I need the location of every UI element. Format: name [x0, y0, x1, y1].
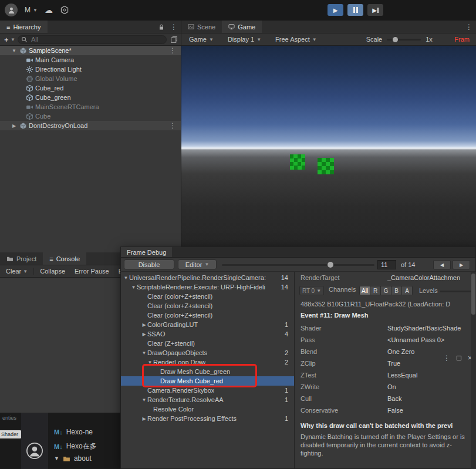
scale-value: 1x — [426, 36, 433, 43]
game-view-panel: Scene Game ⋮ Game▼ Display 1▼ Free Aspec… — [181, 21, 476, 252]
file-item[interactable]: M↓ Hexo-ne — [54, 428, 93, 436]
expander-icon[interactable]: ▼ — [11, 48, 18, 53]
hierarchy-item-cube-green[interactable]: Cube_green — [0, 93, 181, 102]
scrollbar-thumb[interactable] — [471, 274, 475, 315]
file-item[interactable]: M↓ Hexo在多 — [54, 441, 97, 451]
frame-event-row[interactable]: ▶Render PostProcessing Effects1 — [121, 414, 294, 423]
levels-label: Levels — [419, 287, 438, 294]
expander-icon[interactable]: ▶ — [141, 416, 147, 421]
buffer-info: 488x352 B10G11R11_UFloatPack32 (LoadActi… — [301, 301, 450, 308]
target-dropdown[interactable]: Editor▼ — [178, 259, 217, 269]
services-icon[interactable] — [60, 5, 69, 15]
frame-event-row[interactable]: ▶ColorGradingLUT1 — [121, 320, 294, 329]
collapse-button[interactable]: Collapse — [36, 266, 69, 276]
game-menu-icon[interactable]: ⋮ — [465, 23, 472, 31]
rt-select-dropdown[interactable]: RT 0▼ — [299, 286, 324, 295]
channel-g-button[interactable]: G — [381, 286, 391, 295]
expander-icon[interactable]: ▼ — [130, 285, 137, 290]
tab-console[interactable]: ≡ Console — [43, 252, 86, 265]
dont-destroy-label: DontDestroyOnLoad — [29, 122, 87, 129]
expander-icon[interactable]: ▼ — [141, 350, 147, 356]
folder-icon — [6, 255, 13, 262]
play-button[interactable]: ▶ — [328, 4, 343, 16]
background-sidebar — [21, 413, 48, 469]
scene-row[interactable]: ▼ SampleScene* ⋮ — [0, 46, 181, 55]
channel-r-button[interactable]: R — [370, 286, 381, 295]
previous-event-button[interactable]: ◀ — [433, 260, 451, 269]
scale-control: Scale 1x — [364, 35, 435, 44]
clear-button[interactable]: Clear▼ — [2, 266, 31, 276]
frame-event-row[interactable]: Clear (color+Z+stencil) — [121, 311, 294, 320]
scale-label: Scale — [366, 36, 383, 43]
display-dropdown[interactable]: Display 1▼ — [225, 35, 264, 44]
expander-icon[interactable]: ▶ — [141, 322, 147, 328]
account-avatar-icon[interactable] — [5, 4, 18, 16]
scene-menu-icon[interactable]: ⋮ — [169, 122, 176, 130]
channel-b-button[interactable]: B — [391, 286, 402, 295]
cloud-icon[interactable]: ☁ — [45, 5, 53, 15]
play-controls: ▶ ▶ — [328, 4, 383, 16]
channel-all-button[interactable]: All — [359, 286, 370, 295]
markdown-icon: M↓ — [54, 443, 63, 450]
error-pause-button[interactable]: Error Pause — [71, 266, 113, 276]
account-circle-icon[interactable] — [26, 442, 43, 460]
hierarchy-item-main-camera[interactable]: Main Camera — [0, 55, 181, 65]
frame-event-row[interactable]: Resolve Color — [121, 404, 294, 414]
volume-icon — [26, 75, 33, 83]
pause-button[interactable] — [347, 4, 363, 16]
frame-event-row[interactable]: ▼UniversalRenderPipeline.RenderSingleCam… — [121, 273, 294, 282]
disable-button[interactable]: Disable — [124, 259, 174, 269]
hierarchy-item-global-volume[interactable]: Global Volume — [0, 74, 181, 83]
tab-frame-debug[interactable]: Frame Debug — [121, 247, 172, 257]
hierarchy-item-cube[interactable]: Cube — [0, 112, 181, 121]
frame-event-row[interactable]: ▼RenderTexture.ResolveAA1 — [121, 395, 294, 404]
hierarchy-tree: ▼ SampleScene* ⋮ Main Camera Directional… — [0, 46, 181, 130]
folder-item[interactable]: ▼ about — [54, 454, 92, 463]
game-camera-dropdown[interactable]: Game▼ — [187, 35, 216, 44]
chevron-down-icon: ▼ — [209, 37, 214, 42]
step-button[interactable]: ▶ — [367, 4, 383, 16]
details-scrollbar[interactable] — [471, 272, 476, 469]
scene-menu-icon[interactable]: ⋮ — [169, 46, 176, 55]
hierarchy-search-input[interactable] — [18, 35, 167, 44]
rendered-cube-green-left — [290, 154, 305, 170]
hierarchy-menu-icon[interactable]: ⋮ — [170, 23, 177, 31]
account-menu[interactable]: M ▼ — [25, 6, 38, 14]
hierarchy-item-cube-red[interactable]: Cube_red — [0, 83, 181, 93]
event-total-label: of 14 — [401, 261, 415, 268]
event-slider-handle[interactable] — [328, 262, 333, 268]
tab-game[interactable]: Game — [222, 21, 262, 33]
batching-explanation-title: Why this draw call can't be batched with… — [301, 422, 453, 429]
event-number-field[interactable]: 11 — [377, 260, 396, 269]
frame-event-row[interactable]: Clear (Z+stencil) — [121, 339, 294, 348]
frame-event-row[interactable]: ▼ScriptableRenderer.Execute: URP-HighFid… — [121, 282, 294, 292]
frame-event-row[interactable]: ▼DrawOpaqueObjects2 — [121, 348, 294, 357]
frame-debug-tabstrip: Frame Debug ⋮ × — [121, 247, 475, 258]
folder-icon — [63, 455, 70, 463]
lock-icon[interactable] — [158, 23, 165, 31]
expander-icon[interactable]: ▶ — [11, 123, 18, 129]
tab-project[interactable]: Project — [0, 252, 43, 265]
frame-event-row[interactable]: ▶SSAO4 — [121, 329, 294, 339]
expander-icon[interactable]: ▶ — [141, 332, 147, 337]
frame-event-row[interactable]: Clear (color+Z+stencil) — [121, 301, 294, 311]
frame-event-row[interactable]: Clear (color+Z+stencil) — [121, 292, 294, 301]
tab-scene[interactable]: Scene — [181, 21, 222, 33]
expander-icon[interactable]: ▼ — [123, 275, 129, 281]
levels-slider[interactable] — [440, 291, 471, 292]
aspect-dropdown[interactable]: Free Aspect▼ — [273, 35, 319, 44]
dont-destroy-row[interactable]: ▶ DontDestroyOnLoad ⋮ — [0, 121, 181, 130]
event-slider[interactable] — [222, 264, 374, 266]
scale-slider[interactable] — [387, 39, 421, 41]
channel-a-button[interactable]: A — [402, 286, 413, 295]
open-editor-icon[interactable] — [170, 36, 178, 43]
next-event-button[interactable]: ▶ — [453, 260, 470, 269]
hierarchy-item-directional-light[interactable]: Directional Light — [0, 65, 181, 74]
scale-slider-handle[interactable] — [393, 37, 398, 42]
add-object-button[interactable]: ＋▼ — [3, 35, 15, 44]
background-window: enties Shader M↓ Hexo-ne M↓ Hexo在多 ▼ abo… — [0, 413, 120, 469]
tab-hierarchy[interactable]: ≡ Hierarchy — [0, 21, 48, 33]
hierarchy-item-mainscenertcamera[interactable]: MainSceneRTCamera — [0, 102, 181, 112]
hierarchy-panel: ≡ Hierarchy ⋮ ＋▼ ▼ SampleScene* ⋮ — [0, 21, 181, 252]
expander-icon[interactable]: ▼ — [141, 397, 147, 403]
